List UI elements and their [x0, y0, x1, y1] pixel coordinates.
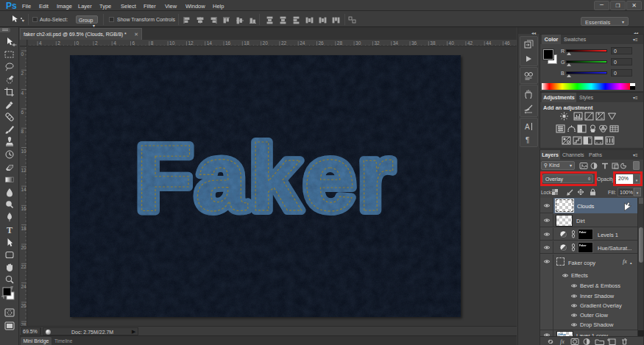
svg-text:4: 4	[21, 90, 24, 96]
svg-text:12: 12	[188, 40, 194, 46]
svg-text:10: 10	[21, 149, 27, 154]
svg-text:22: 22	[21, 264, 27, 269]
svg-text:4: 4	[39, 40, 42, 46]
svg-text:12: 12	[21, 168, 27, 173]
svg-text:0: 0	[21, 51, 24, 57]
svg-text:4: 4	[113, 40, 116, 46]
svg-text:2: 2	[21, 71, 24, 76]
svg-text:fx: fx	[560, 338, 565, 345]
svg-text:26: 26	[319, 40, 325, 46]
svg-text:44: 44	[486, 40, 492, 46]
svg-text:38: 38	[430, 40, 436, 46]
svg-text:6: 6	[132, 40, 135, 46]
svg-text:2: 2	[95, 40, 98, 46]
svg-text:22: 22	[281, 40, 287, 46]
svg-text:14: 14	[207, 40, 213, 46]
svg-text:16: 16	[225, 40, 231, 46]
svg-text:10: 10	[169, 40, 175, 46]
svg-text:30: 30	[355, 40, 361, 46]
svg-text:0: 0	[77, 40, 79, 46]
svg-text:40: 40	[449, 40, 455, 46]
svg-text:16: 16	[21, 206, 27, 211]
svg-text:2: 2	[57, 40, 60, 46]
svg-text:A: A	[525, 123, 530, 131]
svg-text:8: 8	[151, 40, 154, 46]
svg-text:28: 28	[337, 40, 343, 46]
svg-text:¶: ¶	[526, 136, 529, 144]
svg-text:32: 32	[374, 40, 380, 46]
svg-text:42: 42	[467, 40, 473, 46]
svg-text:20: 20	[21, 245, 27, 250]
svg-text:8: 8	[21, 129, 24, 134]
svg-text:34: 34	[393, 40, 399, 46]
svg-text:6: 6	[21, 110, 24, 115]
svg-text:20: 20	[263, 40, 269, 46]
svg-text:24: 24	[300, 40, 305, 46]
svg-text:T: T	[7, 225, 13, 235]
svg-text:26: 26	[21, 303, 27, 308]
svg-text:18: 18	[244, 40, 250, 46]
svg-text:18: 18	[21, 226, 27, 231]
svg-text:14: 14	[21, 187, 27, 192]
svg-text:24: 24	[21, 284, 27, 289]
svg-text:46: 46	[505, 40, 511, 46]
svg-text:36: 36	[411, 40, 417, 46]
